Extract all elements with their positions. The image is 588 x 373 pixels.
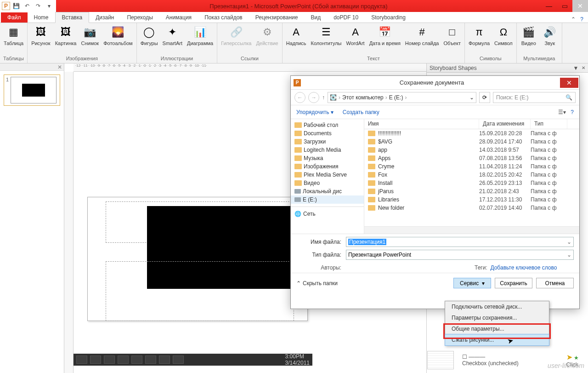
tags-add-link[interactable]: Добавьте ключевое слово xyxy=(490,264,557,271)
tab-review[interactable]: Рецензирование xyxy=(249,12,305,23)
tab-storyboarding[interactable]: Storyboarding xyxy=(365,12,412,23)
file-row[interactable]: app14.03.2018 9:57Папка с ф xyxy=(364,146,579,154)
ribbon-button[interactable]: ◯Фигуры xyxy=(140,24,159,47)
ribbon-button[interactable]: ✦SmartArt xyxy=(162,24,183,47)
organize-button[interactable]: Упорядочить ▾ xyxy=(296,109,334,115)
ribbon-button[interactable]: ▦Таблица xyxy=(3,24,24,47)
qat-more-icon[interactable]: ▾ xyxy=(44,1,54,11)
taskbar-item[interactable] xyxy=(131,356,142,364)
pane-dropdown-icon[interactable]: ▼ xyxy=(573,65,578,71)
tab-design[interactable]: Дизайн xyxy=(89,12,120,23)
file-tab[interactable]: Файл xyxy=(1,12,28,23)
tree-item[interactable]: Plex Media Serve xyxy=(291,171,364,179)
taskbar-start-icon[interactable] xyxy=(76,356,87,364)
filename-input[interactable]: Презентация1 ⌄ xyxy=(346,237,574,247)
menu-general-options[interactable]: Общие параметры... xyxy=(445,323,549,334)
tree-item[interactable]: Documents xyxy=(291,129,364,138)
file-row[interactable]: $AVG28.09.2014 17:40Папка с ф xyxy=(364,138,579,146)
ribbon-collapse-icon[interactable]: ⌃ xyxy=(571,16,576,23)
ribbon-button[interactable]: ΩСимвол xyxy=(493,24,514,47)
menu-map-drive[interactable]: Подключить сетевой диск... xyxy=(445,301,549,312)
maximize-button[interactable]: ▭ xyxy=(557,0,572,12)
ribbon-button[interactable]: πФормула xyxy=(468,24,491,47)
ribbon-button[interactable]: 📷Снимок xyxy=(80,24,100,47)
taskbar-item[interactable] xyxy=(104,356,115,364)
tab-slideshow[interactable]: Показ слайдов xyxy=(198,12,249,23)
ribbon-button[interactable]: ☰Колонтитулы xyxy=(310,24,343,47)
redo-icon[interactable]: ↷ xyxy=(33,1,43,11)
tree-item[interactable]: Видео xyxy=(291,179,364,187)
ribbon-button[interactable]: 🖼Рисунок xyxy=(30,24,51,47)
nav-back-button[interactable]: ← xyxy=(294,92,305,103)
tab-dopdf[interactable]: doPDF 10 xyxy=(327,12,365,23)
minimize-button[interactable]: — xyxy=(541,0,557,12)
new-folder-button[interactable]: Создать папку xyxy=(343,109,379,115)
menu-compress-pictures[interactable]: Сжать рисунки... xyxy=(445,334,549,346)
file-row[interactable]: !!!!!!!!!!!!!!!15.09.2018 20:28Папка с ф xyxy=(364,129,579,138)
pane-close-icon[interactable]: ✕ xyxy=(582,65,585,70)
save-icon[interactable]: 💾 xyxy=(11,1,21,11)
filetype-dropdown-icon[interactable]: ⌄ xyxy=(567,252,571,258)
dialog-help-icon[interactable]: ? xyxy=(571,109,574,115)
tab-home[interactable]: Home xyxy=(28,12,55,23)
ribbon-button[interactable]: 🎬Видео xyxy=(520,24,538,47)
search-input[interactable]: Поиск: E (E:) 🔍 xyxy=(493,92,576,103)
file-row[interactable]: Fox18.02.2015 20:42Папка с ф xyxy=(364,171,579,179)
filetype-select[interactable]: Презентация PowerPoint ⌄ xyxy=(346,250,574,260)
ribbon-button[interactable]: 🌄Фотоальбом xyxy=(102,24,134,47)
horizontal-scrollbar[interactable] xyxy=(364,226,579,234)
tree-item[interactable]: Локальный дис xyxy=(291,187,364,195)
col-name[interactable]: Имя xyxy=(364,119,479,129)
ribbon-button[interactable]: AWordArt xyxy=(345,24,366,47)
file-row[interactable]: Cryme11.04.2018 11:24Папка с ф xyxy=(364,162,579,171)
file-row[interactable]: Apps07.08.2018 13:56Папка с ф xyxy=(364,154,579,162)
dialog-close-button[interactable]: ✕ xyxy=(560,78,578,88)
tree-item[interactable]: Logitech Media xyxy=(291,146,364,154)
calendar-shape[interactable] xyxy=(427,351,454,369)
service-button[interactable]: Сервис ▾ xyxy=(453,278,491,288)
ribbon-button[interactable]: 🖼Картинка xyxy=(54,24,78,47)
save-button[interactable]: Сохранить xyxy=(495,278,532,288)
content-placeholder[interactable] xyxy=(106,261,294,321)
refresh-button[interactable]: ⟳ xyxy=(479,92,490,103)
file-row[interactable]: New folder02.07.2019 14:40Папка с ф xyxy=(364,204,579,212)
ribbon-button[interactable]: 📅Дата и время xyxy=(368,24,401,47)
tree-network[interactable]: 🌐Сеть xyxy=(291,210,364,218)
ribbon-button[interactable]: 🔊Звук xyxy=(541,24,559,47)
address-dropdown-icon[interactable]: ⌄ xyxy=(469,94,474,101)
col-type[interactable]: Тип xyxy=(531,119,567,129)
file-row[interactable]: jParus21.02.2018 2:43Папка с ф xyxy=(364,187,579,195)
nav-up-icon[interactable]: ↑ xyxy=(322,94,325,101)
slide-thumbnail-1[interactable]: 1 xyxy=(4,75,60,106)
taskbar-item[interactable] xyxy=(118,356,129,364)
tab-transitions[interactable]: Переходы xyxy=(120,12,159,23)
ribbon-button[interactable]: AНадпись xyxy=(285,24,307,47)
tab-view[interactable]: Вид xyxy=(304,12,327,23)
filename-dropdown-icon[interactable]: ⌄ xyxy=(567,239,571,245)
ribbon-button[interactable]: 📊Диаграмма xyxy=(186,24,214,47)
menu-save-options[interactable]: Параметры сохранения... xyxy=(445,312,549,323)
close-button[interactable]: ✕ xyxy=(572,0,588,12)
tree-item[interactable]: Музыка xyxy=(291,154,364,162)
ribbon-button[interactable]: □Объект xyxy=(443,24,462,47)
tree-item[interactable]: Загрузки xyxy=(291,138,364,146)
authors-input[interactable] xyxy=(346,264,401,271)
tree-item[interactable]: E (E:) xyxy=(291,195,364,204)
tab-animation[interactable]: Анимация xyxy=(159,12,198,23)
tree-item[interactable]: Изображения xyxy=(291,162,364,171)
crumb-computer[interactable]: Этот компьютер xyxy=(342,94,384,101)
cancel-button[interactable]: Отмена xyxy=(536,278,574,288)
taskbar-item[interactable] xyxy=(159,356,170,364)
col-date[interactable]: Дата изменения xyxy=(479,119,531,129)
cursor-shape-icon[interactable]: ➤ xyxy=(566,353,572,361)
thumb-close-icon[interactable]: ✕ xyxy=(57,64,62,70)
tree-item[interactable]: Рабочий стол xyxy=(291,121,364,129)
help-icon[interactable]: ? xyxy=(580,16,583,23)
tab-insert[interactable]: Вставка xyxy=(55,12,90,23)
ribbon-button[interactable]: #Номер слайда xyxy=(404,24,440,47)
view-options-icon[interactable]: ☰▾ xyxy=(558,109,566,115)
taskbar-item[interactable] xyxy=(145,356,156,364)
file-row[interactable]: Install26.05.2019 23:13Папка с ф xyxy=(364,179,579,187)
taskbar-item[interactable] xyxy=(173,356,184,364)
taskbar-item[interactable] xyxy=(90,356,101,364)
